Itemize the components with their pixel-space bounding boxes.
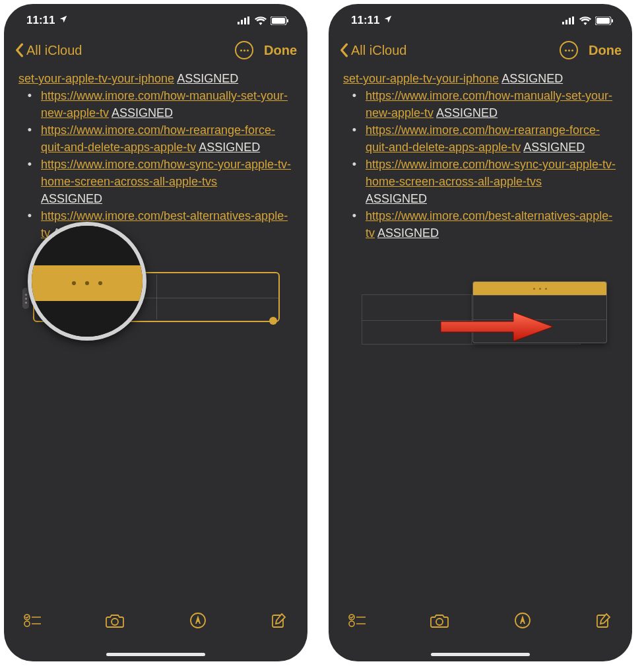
bullet: • — [18, 207, 41, 242]
notes-toolbar — [4, 602, 307, 642]
svg-rect-6 — [287, 19, 288, 22]
back-button[interactable]: All iCloud — [339, 43, 406, 58]
bullet: • — [18, 121, 41, 156]
phone-screenshot-right: 11:11 All iCloud Done — [329, 4, 632, 661]
compose-button[interactable] — [271, 612, 288, 632]
cellular-icon — [562, 17, 575, 24]
bullet: • — [343, 156, 366, 207]
status-bar: 11:11 — [4, 4, 307, 33]
note-link[interactable]: https://www.imore.com/how-sync-your-appl… — [41, 158, 291, 188]
more-button[interactable] — [235, 41, 253, 59]
back-button[interactable]: All iCloud — [15, 43, 82, 58]
note-link[interactable]: set-your-apple-tv-your-iphone — [343, 72, 499, 85]
compose-button[interactable] — [595, 612, 612, 632]
assigned-tag: ASSIGNED — [177, 72, 238, 85]
svg-point-25 — [436, 618, 443, 625]
dragged-column[interactable] — [472, 281, 607, 343]
status-bar: 11:11 — [329, 4, 632, 33]
markup-button[interactable] — [189, 612, 207, 632]
location-icon — [59, 14, 68, 27]
svg-rect-15 — [565, 20, 567, 24]
assigned-tag: ASSIGNED — [523, 141, 585, 154]
note-table-dragging[interactable] — [362, 281, 607, 345]
nav-bar: All iCloud Done — [4, 33, 307, 67]
checklist-button[interactable] — [348, 613, 366, 630]
nav-bar: All iCloud Done — [329, 33, 632, 67]
svg-point-8 — [24, 621, 30, 626]
more-button[interactable] — [560, 41, 578, 59]
svg-rect-20 — [612, 19, 613, 22]
assigned-tag: ASSIGNED — [112, 106, 173, 119]
status-time: 11:11 — [351, 14, 379, 27]
svg-point-11 — [112, 618, 118, 625]
svg-rect-0 — [238, 22, 240, 24]
assigned-tag: ASSIGNED — [199, 141, 260, 154]
done-button[interactable]: Done — [264, 43, 297, 58]
wifi-icon — [255, 17, 267, 25]
camera-button[interactable] — [430, 613, 449, 631]
magnifier-callout — [28, 222, 146, 341]
svg-rect-1 — [241, 20, 243, 24]
note-content[interactable]: set-your-apple-tv-your-iphone ASSIGNED •… — [329, 67, 632, 345]
status-time: 11:11 — [26, 14, 55, 27]
battery-icon — [271, 17, 289, 25]
notes-toolbar — [329, 602, 632, 642]
note-link[interactable]: set-your-apple-tv-your-iphone — [18, 72, 174, 85]
location-icon — [383, 14, 393, 27]
column-drag-handle-zoomed — [32, 265, 143, 301]
bullet: • — [343, 87, 366, 121]
assigned-tag: ASSIGNED — [377, 226, 439, 240]
svg-rect-14 — [562, 22, 564, 24]
svg-rect-16 — [569, 18, 571, 24]
back-label: All iCloud — [26, 43, 82, 58]
markup-button[interactable] — [514, 612, 531, 632]
column-drag-handle[interactable] — [473, 282, 606, 295]
svg-rect-2 — [244, 18, 246, 24]
assigned-tag: ASSIGNED — [41, 192, 102, 205]
done-button[interactable]: Done — [589, 43, 622, 58]
battery-icon — [595, 17, 614, 25]
assigned-tag: ASSIGNED — [366, 192, 427, 205]
svg-point-22 — [349, 621, 354, 626]
bullet: • — [18, 87, 41, 121]
bullet: • — [18, 156, 41, 207]
bullet: • — [343, 207, 366, 242]
back-label: All iCloud — [351, 43, 406, 58]
wifi-icon — [579, 17, 591, 25]
checklist-button[interactable] — [24, 613, 41, 630]
phone-screenshot-left: 11:11 All iCloud Done — [4, 4, 307, 661]
svg-rect-17 — [572, 17, 574, 24]
cellular-icon — [238, 17, 251, 24]
selection-handle[interactable] — [269, 317, 277, 325]
assigned-tag: ASSIGNED — [436, 106, 498, 119]
assigned-tag: ASSIGNED — [501, 72, 563, 85]
bullet: • — [343, 121, 366, 156]
svg-rect-3 — [247, 17, 249, 24]
svg-rect-19 — [596, 18, 610, 24]
svg-rect-5 — [272, 18, 285, 24]
home-indicator[interactable] — [106, 653, 205, 656]
camera-button[interactable] — [105, 613, 125, 631]
note-link[interactable]: https://www.imore.com/how-sync-your-appl… — [366, 158, 616, 188]
home-indicator[interactable] — [431, 653, 530, 656]
